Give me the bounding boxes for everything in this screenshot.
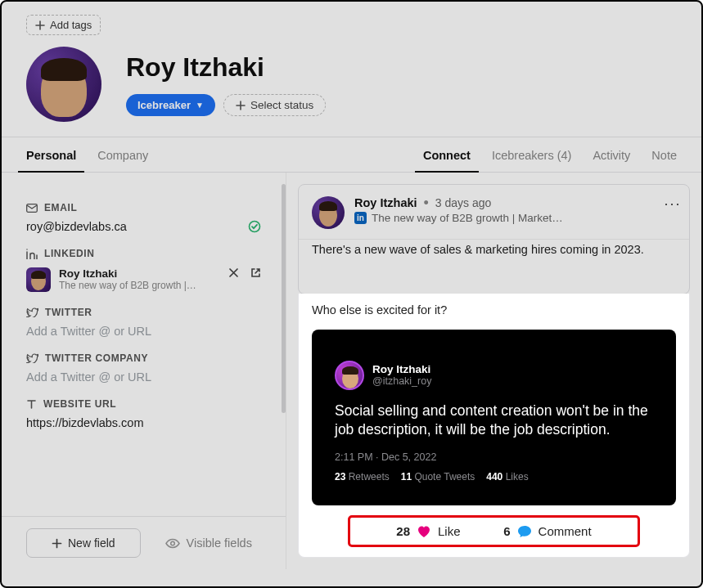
add-tags-button[interactable]: Add tags	[26, 15, 101, 35]
new-field-button[interactable]: New field	[26, 528, 141, 558]
post-text-line2: Who else is excited for it?	[299, 294, 689, 323]
tab-personal[interactable]: Personal	[26, 137, 76, 172]
field-header-linkedin: LINKEDIN	[26, 248, 261, 259]
tab-connect[interactable]: Connect	[423, 137, 471, 172]
post-text-line1: There's a new wave of sales & marketing …	[299, 239, 689, 266]
text-icon	[26, 399, 37, 410]
comment-icon	[517, 525, 532, 538]
external-link-icon[interactable]	[250, 267, 261, 278]
page-title: Roy Itzhaki	[126, 52, 326, 83]
twitter-input[interactable]: Add a Twitter @ or URL	[26, 325, 261, 338]
website-value[interactable]: https://bizdevlabs.com	[26, 416, 261, 429]
select-status-label: Select status	[250, 99, 313, 111]
twitter-icon	[26, 307, 38, 317]
plus-icon	[35, 20, 45, 30]
linkedin-name: Roy Itzhaki	[59, 267, 220, 280]
scrollbar[interactable]	[282, 184, 286, 413]
linkedin-badge-icon: in	[354, 212, 367, 224]
verified-check-icon	[248, 220, 261, 233]
tab-note[interactable]: Note	[651, 137, 677, 172]
new-field-label: New field	[68, 536, 115, 550]
tab-company[interactable]: Company	[97, 137, 148, 172]
avatar	[26, 267, 51, 292]
plus-icon	[236, 101, 246, 110]
plus-icon	[52, 538, 62, 549]
svg-point-2	[170, 541, 174, 545]
field-header-twitter-company: TWITTER COMPANY	[26, 352, 261, 364]
mail-icon	[26, 204, 38, 213]
chevron-down-icon: ▼	[196, 101, 204, 110]
linkedin-desc: The new way of B2B growth |…	[59, 280, 198, 291]
post-time: 3 days ago	[435, 196, 492, 209]
like-button[interactable]: 28 Like	[396, 524, 460, 538]
dot-separator: •	[424, 199, 429, 207]
tab-icebreakers[interactable]: Icebreakers (4)	[492, 137, 572, 172]
close-icon[interactable]	[228, 267, 239, 278]
post-author: Roy Itzhaki	[354, 196, 417, 209]
field-header-email: EMAIL	[26, 202, 261, 213]
more-menu-button[interactable]: ⋮	[669, 196, 676, 213]
like-count: 28	[396, 524, 410, 538]
embedded-tweet: Roy Itzhaki @itzhaki_roy Social selling …	[312, 330, 676, 505]
avatar	[335, 361, 364, 390]
visible-fields-button[interactable]: Visible fields	[165, 536, 252, 550]
avatar	[312, 196, 345, 229]
linkedin-icon	[26, 249, 38, 259]
select-status-button[interactable]: Select status	[223, 94, 326, 116]
twitter-company-input[interactable]: Add a Twitter @ or URL	[26, 370, 261, 384]
post-subtitle: The new way of B2B growth | Market…	[372, 212, 563, 224]
twitter-icon	[26, 353, 38, 363]
tweet-meta: 2:11 PM · Dec 5, 2022	[335, 451, 653, 463]
post-actions-highlighted: 28 Like 6 Comment	[348, 515, 640, 547]
linkedin-card[interactable]: Roy Itzhaki The new way of B2B growth |…	[26, 267, 261, 292]
tweet-handle: @itzhaki_roy	[372, 375, 431, 387]
comment-button[interactable]: 6 Comment	[503, 524, 591, 538]
icebreaker-pill[interactable]: Icebreaker ▼	[126, 94, 215, 116]
heart-icon	[417, 525, 431, 538]
add-tags-label: Add tags	[50, 19, 92, 31]
eye-icon	[165, 538, 180, 549]
tweet-stats: 23 Retweets 11 Quote Tweets 440 Likes	[335, 471, 653, 483]
email-value[interactable]: roy@bizdevlabs.ca	[26, 220, 127, 233]
visible-fields-label: Visible fields	[187, 536, 252, 550]
pill-label: Icebreaker	[137, 99, 191, 111]
comment-label: Comment	[539, 524, 592, 538]
tweet-name: Roy Itzhaki	[372, 363, 431, 375]
comment-count: 6	[503, 524, 510, 538]
tweet-text: Social selling and content creation won'…	[335, 402, 653, 440]
field-header-twitter: TWITTER	[26, 307, 261, 318]
tab-activity[interactable]: Activity	[593, 137, 630, 172]
like-label: Like	[438, 524, 461, 538]
avatar	[26, 47, 101, 122]
field-header-website: WEBSITE URL	[26, 398, 261, 410]
